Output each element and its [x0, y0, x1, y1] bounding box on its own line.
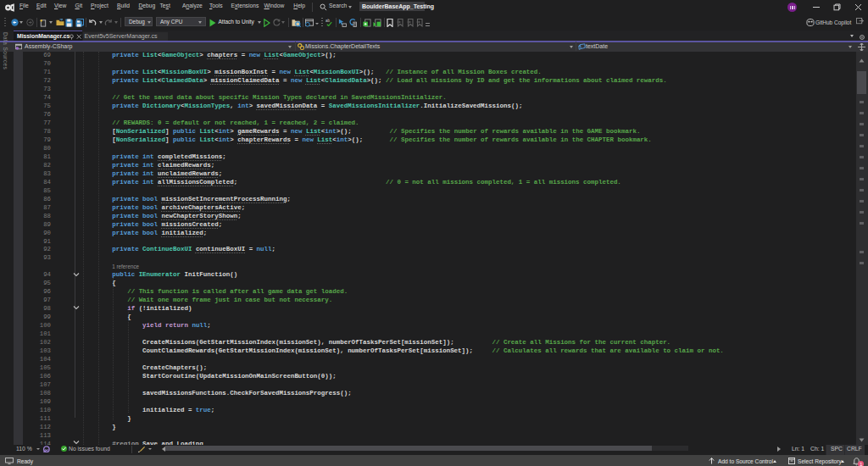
svg-text:ab: ab	[326, 19, 331, 23]
